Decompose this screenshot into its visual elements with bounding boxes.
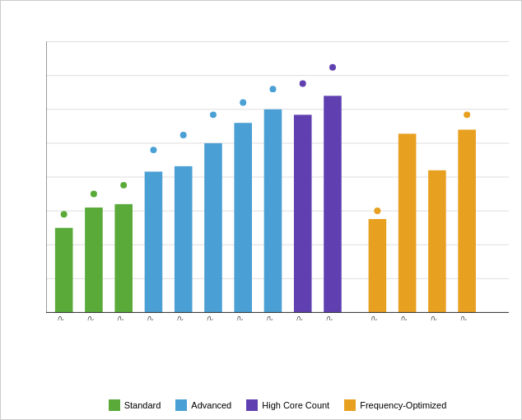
svg-rect-18 <box>55 228 73 313</box>
svg-point-43 <box>300 81 306 87</box>
chart-area: 0510152025303540E5-2620v2E5-2630v2E5-264… <box>46 34 509 320</box>
chart-container: 0510152025303540E5-2620v2E5-2630v2E5-264… <box>0 0 522 420</box>
svg-rect-30 <box>175 166 193 313</box>
svg-point-28 <box>150 147 156 153</box>
svg-text:E5-2637v2: E5-2637v2 <box>347 315 379 320</box>
svg-rect-21 <box>85 208 103 312</box>
svg-rect-53 <box>428 170 446 313</box>
svg-point-49 <box>374 208 380 214</box>
svg-point-31 <box>180 132 187 138</box>
svg-point-56 <box>464 111 470 118</box>
svg-text:E5-2697v2: E5-2697v2 <box>303 315 334 320</box>
svg-rect-55 <box>458 129 476 312</box>
svg-text:E5-2620v2: E5-2620v2 <box>46 315 65 320</box>
svg-rect-51 <box>398 133 417 312</box>
legend: StandardAdvancedHigh Core CountFrequency… <box>46 399 509 411</box>
svg-text:E5-2640v2: E5-2640v2 <box>94 315 125 320</box>
legend-label: Standard <box>124 400 161 410</box>
svg-rect-45 <box>324 96 342 312</box>
svg-text:E5-2660v2: E5-2660v2 <box>153 315 184 320</box>
svg-text:E5-2670v2: E5-2670v2 <box>184 315 215 320</box>
svg-text:E5-2695v2: E5-2695v2 <box>273 315 304 320</box>
svg-text:E5-2650v2: E5-2650v2 <box>124 315 155 320</box>
legend-label: Frequency-Optimized <box>360 400 446 410</box>
svg-rect-48 <box>369 219 387 312</box>
svg-point-40 <box>269 86 276 92</box>
svg-point-37 <box>240 100 246 106</box>
svg-rect-39 <box>264 110 282 313</box>
y-axis-label <box>7 34 24 320</box>
legend-label: High Core Count <box>262 400 329 410</box>
svg-text:E5-2667v2: E5-2667v2 <box>377 315 408 320</box>
chart-svg: 0510152025303540E5-2620v2E5-2630v2E5-264… <box>46 34 509 320</box>
svg-point-34 <box>210 111 217 118</box>
legend-color-box <box>109 399 120 411</box>
svg-point-19 <box>61 211 68 217</box>
svg-rect-36 <box>234 123 252 312</box>
legend-color-box <box>175 399 187 411</box>
legend-item: Frequency-Optimized <box>344 399 446 411</box>
svg-text:E5-2680v2: E5-2680v2 <box>213 315 245 320</box>
svg-text:E5-2690v2: E5-2690v2 <box>243 315 274 320</box>
svg-text:E5-2643v2: E5-2643v2 <box>408 315 439 320</box>
svg-rect-42 <box>294 114 312 312</box>
svg-point-25 <box>120 182 127 189</box>
svg-rect-27 <box>145 171 163 312</box>
legend-item: Advanced <box>175 399 231 411</box>
legend-item: Standard <box>109 399 161 411</box>
svg-point-22 <box>91 191 97 198</box>
legend-item: High Core Count <box>246 399 329 411</box>
svg-text:E5-2630v2: E5-2630v2 <box>64 315 96 320</box>
svg-text:E5-2697Wv2: E5-2697Wv2 <box>432 315 468 320</box>
svg-rect-33 <box>204 143 222 313</box>
legend-color-box <box>246 399 258 411</box>
svg-rect-24 <box>114 204 133 313</box>
svg-point-46 <box>329 64 336 71</box>
chart-title <box>1 1 521 13</box>
legend-color-box <box>344 399 356 411</box>
legend-label: Advanced <box>191 400 231 410</box>
